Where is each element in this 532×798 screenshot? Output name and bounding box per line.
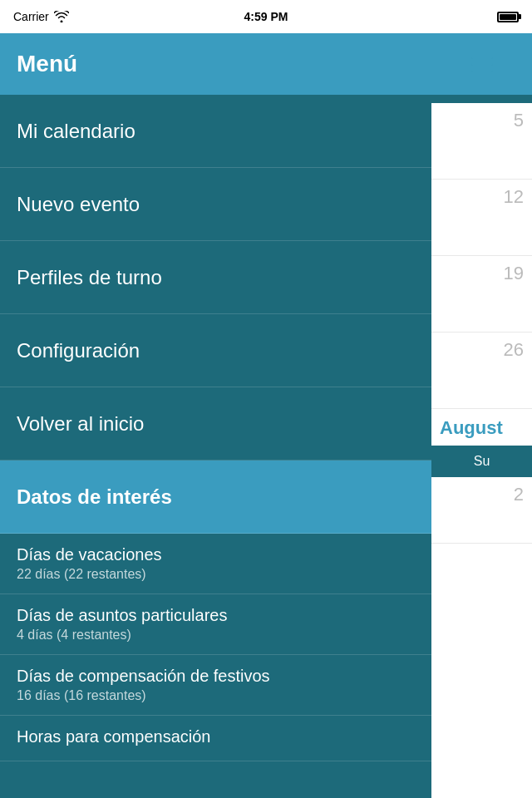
sidebar-item-label: Volver al inicio xyxy=(17,412,144,436)
menu-header: Menú xyxy=(0,33,431,95)
sidebar-item-perfiles-de-turno[interactable]: Perfiles de turno xyxy=(0,241,431,314)
status-bar-right xyxy=(497,12,519,22)
cal-week-1: 5 xyxy=(431,103,532,180)
sidebar: Menú Mi calendario Nuevo evento Perfiles… xyxy=(0,33,431,798)
cal-august-week-1: 2 xyxy=(431,477,532,544)
calendar-panel: July 20 Su 5 12 19 26 August Su 2 xyxy=(431,33,532,798)
sidebar-item-label: Nuevo evento xyxy=(17,193,140,216)
sidebar-item-label: Datos de interés xyxy=(17,485,172,509)
sub-item-detail: 4 días (4 restantes) xyxy=(17,628,415,643)
sub-item-dias-compensacion[interactable]: Días de compensación de festivos 16 días… xyxy=(0,655,431,716)
sub-item-title: Días de compensación de festivos xyxy=(17,667,415,686)
cal-week-2: 12 xyxy=(431,180,532,256)
sidebar-item-nuevo-evento[interactable]: Nuevo evento xyxy=(0,168,431,241)
cal-week-3: 19 xyxy=(431,256,532,332)
sidebar-item-label: Perfiles de turno xyxy=(17,266,162,289)
august-month-header: August xyxy=(431,409,532,446)
sub-item-detail: 16 días (16 restantes) xyxy=(17,688,415,703)
sub-item-horas-compensacion[interactable]: Horas para compensación xyxy=(0,716,431,761)
sidebar-item-datos-de-interes[interactable]: Datos de interés xyxy=(0,461,431,534)
sub-item-detail: 22 días (22 restantes) xyxy=(17,567,415,582)
sub-item-dias-vacaciones[interactable]: Días de vacaciones 22 días (22 restantes… xyxy=(0,534,431,594)
sidebar-item-configuracion[interactable]: Configuración xyxy=(0,314,431,387)
carrier-label: Carrier xyxy=(13,10,49,23)
sub-item-title: Días de vacaciones xyxy=(17,545,415,564)
hamburger-icon xyxy=(471,57,493,72)
sidebar-item-label: Configuración xyxy=(17,339,140,362)
sidebar-item-volver-al-inicio[interactable]: Volver al inicio xyxy=(0,387,431,461)
sub-item-dias-asuntos[interactable]: Días de asuntos particulares 4 días (4 r… xyxy=(0,594,431,655)
status-bar-left: Carrier xyxy=(13,10,69,23)
battery-icon xyxy=(497,12,519,22)
menu-title: Menú xyxy=(17,51,77,77)
wifi-icon xyxy=(54,11,69,22)
august-day-header: Su xyxy=(431,446,532,477)
status-bar-time: 4:59 PM xyxy=(244,10,288,23)
sidebar-item-mi-calendario[interactable]: Mi calendario xyxy=(0,95,431,168)
main-layout: July 20 Su 5 12 19 26 August Su 2 Menú M… xyxy=(0,33,532,798)
sub-item-title: Días de asuntos particulares xyxy=(17,606,415,625)
sub-item-title: Horas para compensación xyxy=(17,727,415,746)
status-bar: Carrier 4:59 PM xyxy=(0,0,532,33)
hamburger-button[interactable] xyxy=(431,33,532,95)
sidebar-item-label: Mi calendario xyxy=(17,120,135,143)
cal-week-4: 26 xyxy=(431,332,532,409)
